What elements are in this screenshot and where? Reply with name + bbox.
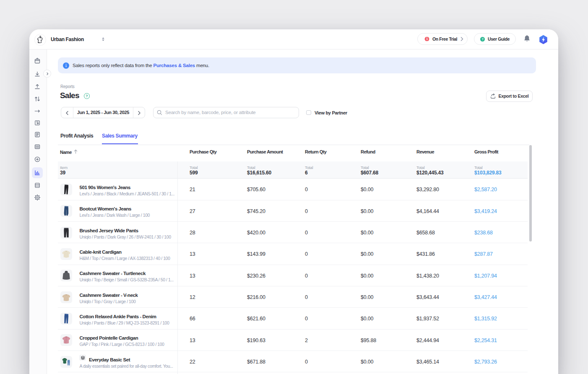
svg-text:1: 1 bbox=[426, 37, 428, 40]
